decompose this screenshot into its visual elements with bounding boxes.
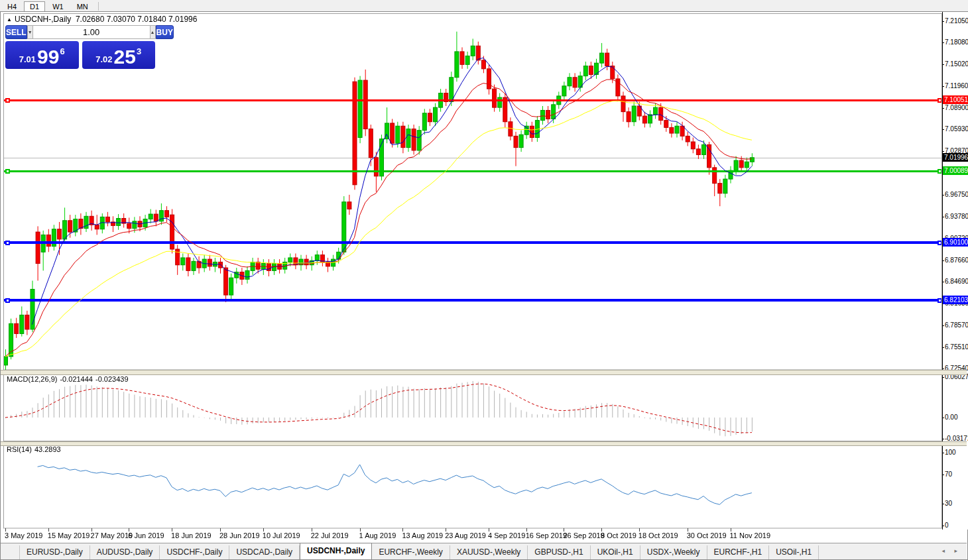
sell-price-pip: 6 xyxy=(60,46,64,56)
tab-scroll-arrows[interactable]: ◂ ▸ xyxy=(941,547,961,554)
chart-tab-usoil[interactable]: USOil-,H1 xyxy=(769,545,819,559)
volume-decrease-button[interactable]: ▼ xyxy=(27,25,33,39)
price-line-label: 6.82103 xyxy=(943,296,968,304)
date-tick-label: 18 Jun 2019 xyxy=(171,532,212,539)
price-tick-label: 6.78570 xyxy=(945,322,968,329)
symbol-name: USDCNH-,Daily xyxy=(15,15,71,24)
date-tick-label: 28 Jun 2019 xyxy=(219,532,260,539)
timeframe-button-h4[interactable]: H4 xyxy=(1,1,23,12)
price-tick-label: 6.93780 xyxy=(945,213,968,220)
rsi-name: RSI(14) xyxy=(7,445,32,453)
date-tick-label: 11 Nov 2019 xyxy=(730,532,771,539)
chart-tab-ukoil[interactable]: UKOil-,H1 xyxy=(591,545,640,559)
symbol-info-bar: ▲USDCNH-,Daily 7.02680 7.03070 7.01840 7… xyxy=(7,15,197,24)
timeframe-toolbar: H4D1W1MN xyxy=(0,0,968,12)
rsi-indicator-label: RSI(14)43.2893 xyxy=(7,445,64,453)
date-tick-label: 22 Jul 2019 xyxy=(311,532,349,539)
chart-tab-bar: EURUSD-,DailyAUDUSD-,DailyUSDCHF-,DailyU… xyxy=(1,543,967,559)
date-tick-label: 18 Oct 2019 xyxy=(638,532,678,539)
date-tick-label: 1 Aug 2019 xyxy=(359,532,396,539)
price-tick-label: 7.11960 xyxy=(945,83,968,89)
price-tick-label: 7.15020 xyxy=(945,61,968,68)
macd-name: MACD(12,26,9) xyxy=(7,375,57,383)
date-tick-label: 4 Sep 2019 xyxy=(488,532,525,539)
chart-tab-usdcnh[interactable]: USDCNH-,Daily xyxy=(300,543,372,559)
chart-tab-eurusd[interactable]: EURUSD-,Daily xyxy=(19,545,90,559)
date-tick-label: 30 Oct 2019 xyxy=(687,532,727,539)
date-tick-label: 16 Sep 2019 xyxy=(526,532,567,539)
date-tick-label: 13 Aug 2019 xyxy=(402,532,443,539)
chart-tab-usdcad[interactable]: USDCAD-,Daily xyxy=(229,545,300,559)
sell-price-big: 99 xyxy=(37,47,59,67)
buy-price-pip: 3 xyxy=(137,46,141,56)
pane-splitter-macd[interactable] xyxy=(1,370,967,375)
sell-button[interactable]: SELL xyxy=(5,25,27,39)
price-line-label: 7.00089 xyxy=(943,166,968,175)
macd-main-value: -0.021444 xyxy=(60,375,93,383)
rsi-tick-label: 70 xyxy=(945,471,952,478)
timeframe-button-mn[interactable]: MN xyxy=(71,1,94,12)
price-tick-label: 6.96750 xyxy=(945,192,968,198)
date-tick-label: 3 May 2019 xyxy=(5,532,42,539)
timeframe-button-w1[interactable]: W1 xyxy=(46,1,70,12)
price-tick-label: 6.87660 xyxy=(945,257,968,264)
chart-tab-usdchf[interactable]: USDCHF-,Daily xyxy=(160,545,229,559)
sell-price-prefix: 7.01 xyxy=(19,54,36,64)
date-tick-label: 27 May 2019 xyxy=(91,532,133,539)
rsi-tick-label: 100 xyxy=(945,449,956,456)
price-chart-canvas[interactable] xyxy=(3,13,942,542)
chart-tab-audusd[interactable]: AUDUSD-,Daily xyxy=(90,545,160,559)
collapse-panel-icon[interactable]: ▲ xyxy=(7,17,12,23)
price-line-label: 6.90100 xyxy=(943,238,968,247)
date-tick-label: 23 Aug 2019 xyxy=(445,532,486,539)
timeframe-button-d1[interactable]: D1 xyxy=(24,1,45,12)
rsi-value: 43.2893 xyxy=(34,445,61,453)
rsi-tick-label: 0 xyxy=(945,522,949,529)
chart-tab-eurchf[interactable]: EURCHF-,Weekly xyxy=(372,545,450,559)
macd-signal-value: -0.023439 xyxy=(95,375,129,383)
chart-tab-usdx[interactable]: USDX-,Weekly xyxy=(640,545,707,559)
price-tick-label: 7.21050 xyxy=(945,18,968,25)
price-tick-label: 6.75510 xyxy=(945,344,968,351)
chart-tab-eurchf[interactable]: EURCHF-,H1 xyxy=(707,545,770,559)
date-tick-label: 8 Oct 2019 xyxy=(601,532,636,539)
price-tick-label: 7.18080 xyxy=(945,39,968,46)
price-line-label: 7.10051 xyxy=(943,95,968,104)
date-tick-label: 26 Sep 2019 xyxy=(563,532,604,539)
date-tick-label: 15 May 2019 xyxy=(48,532,90,539)
price-tick-label: 7.05930 xyxy=(945,126,968,133)
volume-increase-button[interactable]: ▲ xyxy=(150,25,156,39)
buy-price-big: 25 xyxy=(114,47,136,67)
toolbar-separator xyxy=(98,2,99,11)
price-scale-axis[interactable]: 7.210507.180807.150207.119607.089007.059… xyxy=(942,12,968,530)
date-tick-label: 6 Jun 2019 xyxy=(128,532,164,539)
volume-input[interactable] xyxy=(33,25,150,39)
price-tick-label: 6.84690 xyxy=(945,278,968,285)
price-line-label: 7.01996 xyxy=(943,153,968,162)
trading-app: H4D1W1MN 7.210507.180807.150207.119607.0… xyxy=(0,0,968,560)
buy-button[interactable]: BUY xyxy=(156,25,174,39)
sell-price-panel[interactable]: 7.01 99 6 xyxy=(5,41,79,69)
one-click-trading-panel: SELL ▼ ▲ BUY 7.01 99 6 7.02 25 3 xyxy=(5,25,155,69)
buy-price-prefix: 7.02 xyxy=(95,54,112,64)
macd-tick-label: 0.00 xyxy=(945,414,957,421)
chart-tab-gbpusd[interactable]: GBPUSD-,H1 xyxy=(528,545,590,559)
symbol-ohlc: 7.02680 7.03070 7.01840 7.01996 xyxy=(76,15,198,24)
pane-splitter-rsi[interactable] xyxy=(1,441,967,446)
price-tick-label: 7.08900 xyxy=(945,105,968,111)
macd-indicator-label: MACD(12,26,9)-0.021444-0.023439 xyxy=(7,375,131,383)
chart-tab-xauusd[interactable]: XAUUSD-,Weekly xyxy=(450,545,528,559)
rsi-tick-label: 30 xyxy=(945,500,952,507)
buy-price-panel[interactable]: 7.02 25 3 xyxy=(82,41,156,69)
date-tick-label: 10 Jul 2019 xyxy=(263,532,300,539)
